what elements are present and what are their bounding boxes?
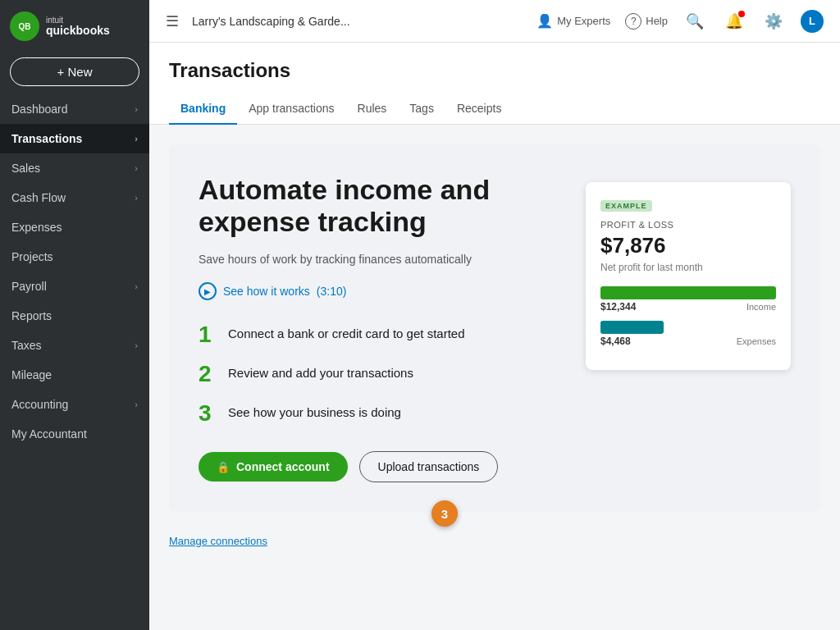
chevron-right-icon: › bbox=[135, 193, 138, 203]
expenses-bar bbox=[600, 321, 664, 334]
chevron-right-icon: › bbox=[135, 281, 138, 291]
expenses-bar-row: $4,468 Expenses bbox=[600, 321, 776, 347]
chevron-right-icon: › bbox=[135, 134, 138, 144]
connect-account-label: Connect account bbox=[236, 460, 330, 473]
sidebar-item-cash-flow[interactable]: Cash Flow › bbox=[0, 183, 149, 212]
tab-rules[interactable]: Rules bbox=[346, 94, 399, 125]
manage-connections-link[interactable]: Manage connections bbox=[169, 535, 267, 547]
step-3-text: See how your business is doing bbox=[228, 402, 401, 419]
upload-transactions-label: Upload transactions bbox=[378, 460, 480, 473]
my-experts-label: My Experts bbox=[557, 15, 610, 27]
tab-app-transactions[interactable]: App transactions bbox=[237, 94, 345, 125]
step3-tooltip-bubble: 3 bbox=[431, 500, 458, 527]
notification-badge bbox=[738, 11, 745, 17]
sidebar-nav: Dashboard › Transactions › Sales › Cash … bbox=[0, 94, 149, 630]
sidebar-item-reports[interactable]: Reports bbox=[0, 301, 149, 331]
new-button[interactable]: + New bbox=[10, 57, 139, 86]
hamburger-menu-icon[interactable]: ☰ bbox=[166, 12, 179, 30]
person-icon: 👤 bbox=[536, 13, 553, 29]
sidebar-item-label: Projects bbox=[11, 250, 53, 263]
sidebar-item-projects[interactable]: Projects bbox=[0, 242, 149, 272]
video-link-text: See how it works bbox=[223, 285, 310, 298]
step-2: 2 Review and add your transactions bbox=[199, 363, 566, 386]
sidebar-item-accounting[interactable]: Accounting › bbox=[0, 390, 149, 419]
promo-buttons: 🔒 Connect account Upload transactions bbox=[199, 451, 566, 482]
card-amount: $7,876 bbox=[600, 233, 776, 258]
video-link[interactable]: ▶ See how it works (3:10) bbox=[199, 282, 566, 300]
play-icon: ▶ bbox=[199, 282, 217, 300]
sidebar-item-transactions[interactable]: Transactions › bbox=[0, 124, 149, 153]
topbar-actions: 👤 My Experts ? Help 🔍 🔔 ⚙️ L bbox=[536, 9, 824, 34]
expenses-value: $4,468 bbox=[600, 336, 631, 347]
help-icon: ? bbox=[625, 13, 641, 30]
step-2-number: 2 bbox=[199, 363, 217, 386]
gear-icon: ⚙️ bbox=[765, 12, 783, 30]
sidebar-logo: QB intuit quickbooks bbox=[0, 0, 149, 52]
card-label: PROFIT & LOSS bbox=[600, 220, 776, 230]
card-subtitle: Net profit for last month bbox=[600, 262, 776, 273]
svg-text:QB: QB bbox=[19, 22, 31, 31]
quickbooks-brand-text: intuit quickbooks bbox=[46, 16, 110, 37]
promo-heading: Automate income and expense tracking bbox=[199, 174, 527, 238]
sidebar-item-label: Payroll bbox=[11, 280, 47, 293]
sidebar-item-mileage[interactable]: Mileage bbox=[0, 360, 149, 390]
chevron-right-icon: › bbox=[135, 104, 138, 114]
sidebar: QB intuit quickbooks + New Dashboard › T… bbox=[0, 0, 149, 630]
promo-subtitle: Save hours of work by tracking finances … bbox=[199, 253, 566, 266]
sidebar-item-label: Dashboard bbox=[11, 103, 68, 116]
step-2-text: Review and add your transactions bbox=[228, 363, 413, 380]
promo-card: Automate income and expense tracking Sav… bbox=[169, 144, 820, 512]
sidebar-item-expenses[interactable]: Expenses bbox=[0, 212, 149, 242]
quickbooks-logo-icon: QB bbox=[10, 11, 39, 41]
sidebar-item-label: Reports bbox=[11, 309, 52, 322]
sidebar-item-dashboard[interactable]: Dashboard › bbox=[0, 94, 149, 124]
income-value: $12,344 bbox=[600, 301, 636, 313]
tab-banking[interactable]: Banking bbox=[169, 94, 237, 125]
steps-list: 1 Connect a bank or credit card to get s… bbox=[199, 323, 566, 425]
sidebar-item-label: Mileage bbox=[11, 368, 52, 381]
sidebar-item-label: Taxes bbox=[11, 339, 42, 352]
sidebar-item-label: Sales bbox=[11, 162, 40, 175]
expenses-label: Expenses bbox=[737, 336, 776, 346]
step-1-number: 1 bbox=[199, 323, 217, 346]
search-button[interactable]: 🔍 bbox=[682, 9, 707, 34]
sidebar-item-accountant[interactable]: My Accountant bbox=[0, 419, 149, 449]
sidebar-item-label: Expenses bbox=[11, 221, 62, 234]
sidebar-item-label: Accounting bbox=[11, 398, 68, 411]
step-1: 1 Connect a bank or credit card to get s… bbox=[199, 323, 566, 346]
settings-button[interactable]: ⚙️ bbox=[761, 9, 786, 34]
upload-transactions-button[interactable]: Upload transactions bbox=[359, 451, 499, 482]
my-experts-button[interactable]: 👤 My Experts bbox=[536, 13, 610, 29]
topbar: ☰ Larry's Landscaping & Garde... 👤 My Ex… bbox=[149, 0, 840, 43]
chevron-right-icon: › bbox=[135, 399, 138, 409]
help-button[interactable]: ? Help bbox=[625, 13, 668, 30]
step-1-text: Connect a bank or credit card to get sta… bbox=[228, 323, 465, 340]
notifications-button[interactable]: 🔔 bbox=[722, 9, 746, 34]
chevron-right-icon: › bbox=[135, 163, 138, 173]
income-label: Income bbox=[746, 302, 776, 312]
chevron-right-icon: › bbox=[135, 340, 138, 350]
main-content: ☰ Larry's Landscaping & Garde... 👤 My Ex… bbox=[149, 0, 840, 630]
income-bar-row: $12,344 Income bbox=[600, 286, 776, 313]
help-label: Help bbox=[646, 15, 668, 27]
example-badge: EXAMPLE bbox=[600, 200, 652, 212]
sidebar-item-taxes[interactable]: Taxes › bbox=[0, 331, 149, 360]
main-content-area: Automate income and expense tracking Sav… bbox=[149, 125, 840, 630]
sidebar-item-sales[interactable]: Sales › bbox=[0, 153, 149, 183]
lock-icon: 🔒 bbox=[217, 461, 230, 473]
example-card: EXAMPLE PROFIT & LOSS $7,876 Net profit … bbox=[586, 182, 791, 370]
user-avatar[interactable]: L bbox=[801, 10, 824, 33]
income-bar bbox=[600, 286, 776, 299]
video-duration: (3:10) bbox=[317, 285, 347, 298]
connect-account-button[interactable]: 🔒 Connect account bbox=[199, 452, 348, 482]
company-name: Larry's Landscaping & Garde... bbox=[192, 15, 523, 28]
tab-receipts[interactable]: Receipts bbox=[445, 94, 513, 125]
sidebar-item-label: Cash Flow bbox=[11, 191, 66, 204]
step-3: 3 See how your business is doing bbox=[199, 402, 566, 425]
sidebar-item-payroll[interactable]: Payroll › bbox=[0, 272, 149, 301]
sidebar-item-label: Transactions bbox=[11, 132, 82, 145]
promo-left-section: Automate income and expense tracking Sav… bbox=[199, 174, 566, 482]
page-title: Transactions bbox=[169, 59, 820, 82]
tab-tags[interactable]: Tags bbox=[398, 94, 445, 125]
step-3-number: 3 bbox=[199, 402, 217, 425]
